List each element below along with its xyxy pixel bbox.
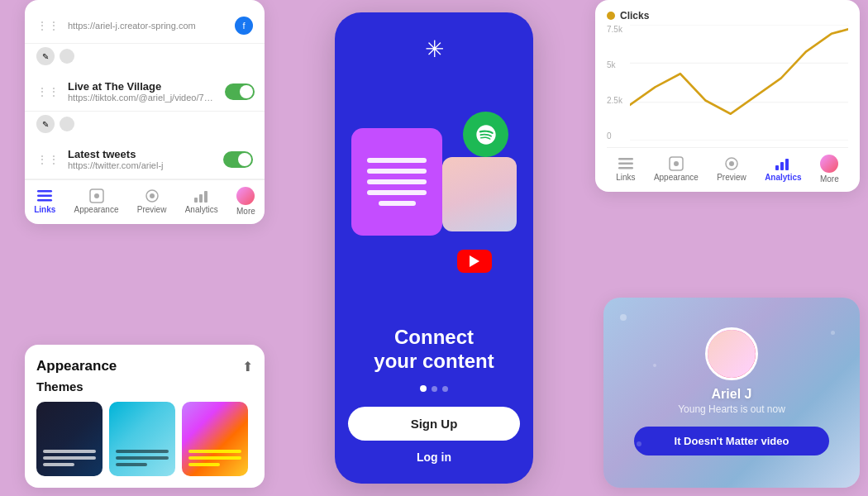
y-label-3: 0: [607, 131, 622, 141]
links-icon: [36, 188, 54, 203]
nav-appearance-label: Appearance: [74, 205, 119, 214]
link-title-3: Latest tweets: [68, 148, 215, 160]
nav-appearance-label-r: Appearance: [654, 173, 699, 182]
nav-analytics-r[interactable]: Analytics: [765, 156, 801, 182]
theme-line-1b: [43, 456, 96, 460]
nav-appearance[interactable]: Appearance: [74, 188, 119, 214]
svg-rect-22: [780, 162, 784, 170]
svg-rect-23: [785, 159, 789, 170]
svg-rect-0: [37, 190, 52, 193]
br-button[interactable]: It Doesn't Matter video: [634, 427, 829, 455]
nav-more[interactable]: More: [236, 187, 255, 216]
nav-links-r[interactable]: Links: [616, 156, 635, 182]
nav-appearance-r[interactable]: Appearance: [654, 156, 699, 182]
yt-play-icon: [470, 255, 479, 267]
share-icon[interactable]: ⬆: [242, 359, 253, 374]
link-content-3: Latest tweets https://twitter.com/ariel-…: [68, 148, 215, 170]
dots-row: [420, 385, 448, 392]
svg-rect-15: [618, 163, 633, 165]
appearance-header: Appearance ⬆: [36, 358, 253, 374]
nav-more-label: More: [236, 207, 255, 216]
bottom-nav-left: Links Appearance Preview Analytics More: [25, 179, 265, 224]
center-phone-card: ✳ Connect: [335, 12, 533, 484]
legend-dot: [607, 12, 615, 20]
login-link[interactable]: Log in: [417, 451, 451, 464]
toggle-2[interactable]: [225, 83, 255, 100]
theme-card-2[interactable]: [109, 402, 175, 476]
bottom-right-card: Ariel J Young Hearts is out now It Doesn…: [603, 298, 860, 488]
link-icon-row-2: ✎: [25, 112, 265, 140]
link-url-3: https://twitter.com/ariel-j: [68, 160, 215, 170]
y-label-0: 7.5k: [607, 25, 622, 34]
illus-youtube: [457, 250, 492, 273]
delete-icon-2[interactable]: [60, 117, 74, 131]
svg-rect-9: [204, 191, 207, 203]
svg-point-6: [150, 193, 155, 198]
theme-line-1a: [43, 450, 96, 453]
edit-icon-1[interactable]: ✎: [36, 47, 55, 65]
theme-line-3a: [188, 450, 241, 453]
svg-rect-14: [618, 158, 633, 160]
nav-preview-label: Preview: [137, 205, 167, 214]
svg-point-20: [729, 161, 734, 166]
svg-point-4: [94, 193, 99, 198]
link-item-3: ⋮⋮ Latest tweets https://twitter.com/ari…: [25, 140, 265, 179]
link-content-1: https://ariel-j.creator-spring.com: [68, 21, 227, 31]
edit-icon-2[interactable]: ✎: [36, 115, 55, 133]
theme-card-1[interactable]: [36, 402, 103, 476]
theme-line-2a: [116, 450, 169, 453]
illus-container: [351, 112, 517, 277]
sparkle-3: [637, 441, 641, 446]
nav-links[interactable]: Links: [34, 188, 55, 214]
drag-handle-1[interactable]: ⋮⋮: [36, 19, 60, 32]
illus-line-2: [367, 169, 427, 174]
nav-more-r[interactable]: More: [820, 155, 839, 184]
svg-rect-2: [37, 199, 52, 202]
nav-avatar: [236, 187, 255, 205]
drag-handle-3[interactable]: ⋮⋮: [36, 153, 60, 166]
preview-icon-r: [723, 156, 741, 171]
svg-rect-16: [618, 167, 633, 169]
nav-preview-r[interactable]: Preview: [717, 156, 746, 182]
theme-card-3[interactable]: [182, 402, 248, 476]
illus-line-4: [367, 190, 427, 195]
signup-button[interactable]: Sign Up: [348, 407, 520, 441]
illus-purple-card: [351, 128, 442, 236]
nav-analytics[interactable]: Analytics: [185, 188, 218, 214]
svg-rect-21: [775, 165, 779, 170]
svg-rect-8: [199, 194, 203, 203]
theme-line-2b: [116, 456, 169, 460]
nav-links-label-r: Links: [616, 173, 635, 182]
bottom-left-card: Appearance ⬆ Themes: [25, 345, 265, 488]
center-asterisk: ✳: [425, 36, 444, 63]
y-label-2: 2.5k: [607, 96, 622, 105]
sparkle-4: [653, 364, 656, 367]
br-name: Ariel J: [712, 387, 752, 402]
link-item-2: ⋮⋮ Live at The Village https://tiktok.co…: [25, 72, 265, 112]
chart-legend: Clicks: [607, 10, 848, 21]
bottom-nav-right: Links Appearance Preview Analytics More: [607, 147, 848, 192]
theme-line-2c: [116, 463, 147, 466]
illus-line-5: [379, 201, 416, 206]
link-icon-1: f: [235, 17, 253, 35]
nav-preview[interactable]: Preview: [137, 188, 167, 214]
theme-line-3b: [188, 456, 241, 460]
y-label-1: 5k: [607, 60, 622, 69]
delete-icon-1[interactable]: [60, 49, 74, 64]
sparkle-2: [831, 331, 835, 335]
phone-illustration: [348, 71, 520, 317]
drag-handle-2[interactable]: ⋮⋮: [36, 85, 60, 98]
svg-point-18: [674, 161, 679, 166]
theme-lines-1: [43, 450, 96, 466]
themes-label: Themes: [36, 379, 253, 393]
top-left-card: ⋮⋮ https://ariel-j.creator-spring.com f …: [25, 0, 265, 224]
nav-analytics-label: Analytics: [185, 205, 218, 214]
svg-rect-7: [194, 198, 198, 203]
appearance-icon-r: [667, 156, 685, 171]
chart-svg: [630, 25, 848, 141]
toggle-3[interactable]: [223, 151, 253, 168]
illus-line-3: [367, 179, 427, 184]
link-url-1: https://ariel-j.creator-spring.com: [68, 21, 217, 31]
top-right-card: Clicks 7.5k 5k 2.5k 0 Links: [595, 0, 860, 192]
chart-y-labels: 7.5k 5k 2.5k 0: [607, 25, 622, 141]
